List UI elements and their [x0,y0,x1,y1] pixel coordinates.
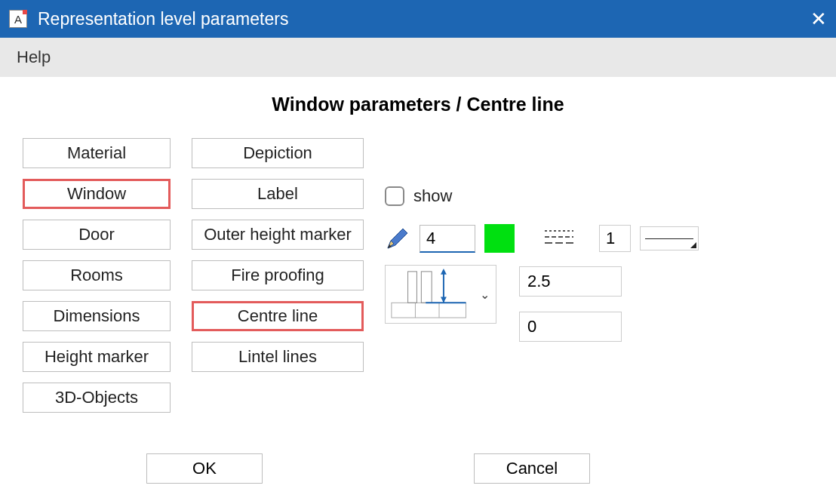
window-title: Representation level parameters [38,9,288,29]
show-checkbox[interactable] [385,186,404,206]
tab-door[interactable]: Door [23,220,171,250]
ok-button[interactable]: OK [146,453,263,484]
subtab-fire-proofing[interactable]: Fire proofing [192,260,364,290]
tab-rooms[interactable]: Rooms [23,260,171,290]
parameter-controls: show [385,138,813,423]
subtab-label[interactable]: Label [192,179,364,209]
tab-height-marker[interactable]: Height marker [23,342,171,372]
tab-window[interactable]: Window [23,179,171,209]
main-tabs: Material Window Door Rooms Dimensions He… [23,138,171,423]
centreline-preview[interactable]: ⌄ [385,265,496,324]
pen-color-swatch[interactable] [484,224,515,253]
svg-marker-13 [441,269,447,275]
line-weight-input[interactable] [599,225,631,252]
subtab-centre-line[interactable]: Centre line [192,301,364,331]
dialog-footer: OK Cancel [23,453,813,484]
dialog-content: Window parameters / Centre line Material… [0,77,836,497]
svg-rect-6 [392,303,466,318]
svg-rect-9 [408,272,417,303]
sub-tabs: Depiction Label Outer height marker Fire… [192,138,364,423]
close-icon[interactable]: ✕ [810,8,827,31]
titlebar: A Representation level parameters ✕ [0,0,836,38]
subtab-outer-height-marker[interactable]: Outer height marker [192,220,364,250]
value-a-input[interactable] [519,266,622,297]
centreline-values [519,265,622,357]
line-type-icon[interactable] [543,226,575,250]
tab-dimensions[interactable]: Dimensions [23,301,171,331]
show-row: show [385,180,813,212]
line-style-picker[interactable] [640,226,699,250]
value-b-input[interactable] [519,312,622,342]
tab-3d-objects[interactable]: 3D-Objects [23,383,171,413]
show-label: show [413,186,452,206]
pen-index-input[interactable] [420,225,475,253]
subtab-lintel-lines[interactable]: Lintel lines [192,342,364,372]
svg-marker-14 [441,297,447,303]
pencil-icon[interactable] [385,226,410,251]
subtab-depiction[interactable]: Depiction [192,138,364,168]
cancel-button[interactable]: Cancel [474,453,590,484]
tab-material[interactable]: Material [23,138,171,168]
pen-line-row [385,223,813,254]
app-icon: A [9,10,27,28]
svg-rect-10 [421,272,432,303]
menu-help[interactable]: Help [17,48,51,67]
menubar: Help [0,38,836,77]
page-title: Window parameters / Centre line [23,94,813,115]
chevron-down-icon[interactable]: ⌄ [480,287,490,302]
